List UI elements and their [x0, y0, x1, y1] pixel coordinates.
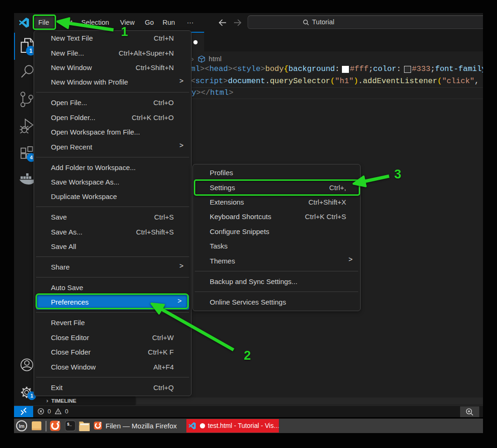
svg-text:1: 1 [30, 393, 33, 398]
svg-text:1: 1 [29, 48, 33, 54]
svg-text:4: 4 [30, 155, 33, 160]
svg-text:$_: $_ [67, 422, 72, 427]
svg-text:lm: lm [19, 423, 24, 429]
